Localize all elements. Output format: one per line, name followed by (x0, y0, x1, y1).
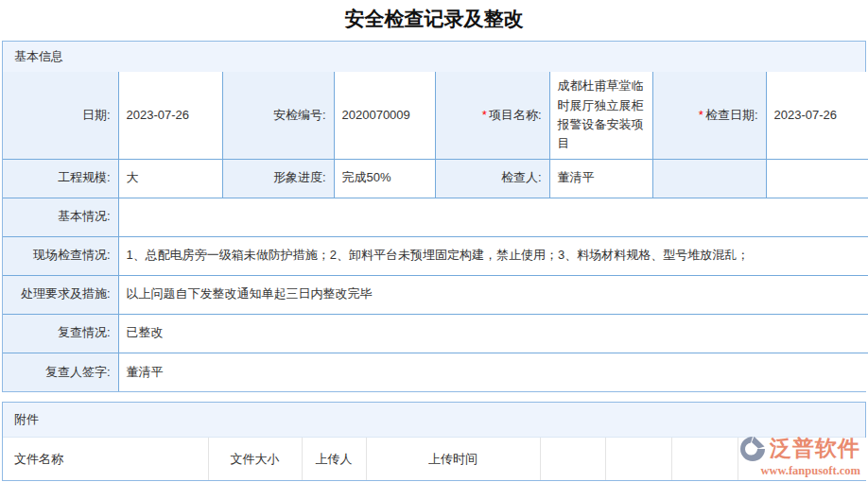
empty-label-cell (652, 159, 766, 198)
col-header-file-name: 文件名称 (3, 438, 208, 480)
required-asterisk: * (699, 108, 703, 122)
table-row: 基本情况: (3, 198, 868, 236)
field-label-text: 项目名称: (489, 108, 542, 122)
field-label-site-check: 现场检查情况: (3, 236, 118, 275)
empty-column-cell (605, 438, 671, 480)
field-label-recheck: 复查情况: (3, 314, 118, 353)
table-row: 工程规模: 大 形象进度: 完成50% 检查人: 董清平 (3, 159, 868, 198)
basic-info-section: 基本信息 日期: 2023-07-26 安检编号: 2020070009 *项目… (2, 41, 866, 392)
field-value-progress: 完成50% (334, 159, 435, 198)
page-title: 安全检查记录及整改 (0, 0, 868, 31)
table-row: 处理要求及措施: 以上问题自下发整改通知单起三日内整改完毕 (3, 275, 868, 314)
attachments-table: 文件名称 文件大小 上传人 上传时间 (3, 438, 868, 480)
field-label-check-date: *检查日期: (652, 72, 766, 159)
field-value-project-name: 成都杜甫草堂临时展厅独立展柜报警设备安装项目 (549, 72, 652, 159)
table-row: 现场检查情况: 1、总配电房旁一级箱未做防护措施；2、卸料平台未预埋固定构建，禁… (3, 236, 868, 275)
field-value-measures: 以上问题自下发整改通知单起三日内整改完毕 (118, 275, 868, 314)
table-row: 复查人签字: 董清平 (3, 353, 868, 391)
empty-column-cell (540, 438, 605, 480)
attachments-header-row: 文件名称 文件大小 上传人 上传时间 (3, 438, 868, 480)
field-value-date: 2023-07-26 (118, 72, 222, 159)
field-value-site-check: 1、总配电房旁一级箱未做防护措施；2、卸料平台未预埋固定构建，禁止使用；3、料场… (118, 236, 868, 275)
field-value-basic-situation (118, 198, 868, 236)
field-value-inspector: 董清平 (549, 159, 652, 198)
field-value-check-date: 2023-07-26 (766, 72, 868, 159)
field-label-project-scale: 工程规模: (3, 159, 118, 198)
field-label-progress: 形象进度: (222, 159, 334, 198)
col-header-file-size: 文件大小 (208, 438, 302, 480)
empty-column-cell (738, 438, 868, 480)
table-row: 日期: 2023-07-26 安检编号: 2020070009 *项目名称: 成… (3, 72, 868, 159)
field-value-project-scale: 大 (118, 159, 222, 198)
col-header-upload-time: 上传时间 (366, 438, 540, 480)
field-label-basic-situation: 基本情况: (3, 198, 118, 236)
field-value-inspection-no: 2020070009 (334, 72, 435, 159)
field-value-recheck-sign: 董清平 (118, 353, 868, 391)
empty-column-cell (671, 438, 738, 480)
field-label-project-name: *项目名称: (435, 72, 549, 159)
table-row: 复查情况: 已整改 (3, 314, 868, 353)
field-label-inspection-no: 安检编号: (222, 72, 334, 159)
col-header-uploader: 上传人 (302, 438, 366, 480)
empty-value-cell (766, 159, 868, 198)
field-label-measures: 处理要求及措施: (3, 275, 118, 314)
attachments-section-header: 附件 (3, 403, 865, 438)
field-label-date: 日期: (3, 72, 118, 159)
attachments-section: 附件 文件名称 文件大小 上传人 上传时间 (2, 402, 866, 481)
field-label-recheck-sign: 复查人签字: (3, 353, 118, 391)
field-label-inspector: 检查人: (435, 159, 549, 198)
field-value-recheck: 已整改 (118, 314, 868, 353)
required-asterisk: * (482, 108, 487, 122)
basic-info-section-header: 基本信息 (3, 42, 865, 72)
field-label-text: 检查日期: (705, 108, 758, 122)
basic-info-table: 日期: 2023-07-26 安检编号: 2020070009 *项目名称: 成… (3, 72, 868, 391)
